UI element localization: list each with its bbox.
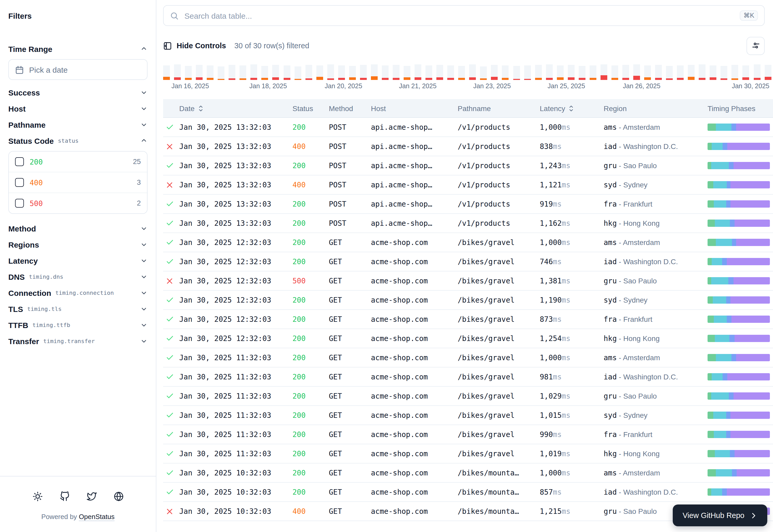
view-github-repo-button[interactable]: View GitHub Repo: [673, 504, 767, 526]
table-row[interactable]: Jan 30, 2025 11:32:03200GETacme-shop.com…: [163, 348, 773, 367]
histogram-bar[interactable]: [371, 64, 378, 80]
histogram-bar[interactable]: [469, 64, 476, 80]
histogram-bar[interactable]: [764, 64, 771, 80]
histogram-bar[interactable]: [305, 64, 312, 80]
table-row[interactable]: Jan 30, 2025 12:32:03200GETacme-shop.com…: [163, 310, 773, 329]
histogram-bar[interactable]: [524, 64, 531, 80]
histogram-bar[interactable]: [196, 64, 203, 80]
histogram-bar[interactable]: [612, 64, 618, 80]
table-row[interactable]: Jan 30, 2025 10:32:03200GETacme-shop.com…: [163, 483, 773, 502]
histogram-bar[interactable]: [743, 64, 749, 80]
table-row[interactable]: Jan 30, 2025 11:32:03200GETacme-shop.com…: [163, 387, 773, 406]
histogram-bar[interactable]: [425, 64, 432, 80]
table-row[interactable]: Jan 30, 2025 12:32:03200GETacme-shop.com…: [163, 291, 773, 310]
histogram-bar[interactable]: [283, 64, 290, 80]
histogram-bar[interactable]: [447, 64, 454, 80]
status-option-400[interactable]: 4003: [9, 172, 147, 193]
histogram-bar[interactable]: [349, 64, 356, 80]
table-row[interactable]: Jan 30, 2025 13:32:03200POSTapi.acme-sho…: [163, 195, 773, 214]
histogram-bar[interactable]: [644, 64, 651, 80]
histogram-bar[interactable]: [393, 64, 399, 80]
table-row[interactable]: Jan 30, 2025 11:32:03200GETacme-shop.com…: [163, 444, 773, 463]
sidebar-section-tls[interactable]: TLStiming.tls: [8, 303, 147, 315]
sidebar-section-latency[interactable]: Latency: [8, 254, 147, 267]
histogram-bar[interactable]: [163, 64, 170, 80]
histogram-bar[interactable]: [185, 64, 192, 80]
sun-icon[interactable]: [31, 490, 44, 502]
view-options-button[interactable]: [747, 37, 765, 55]
histogram-bar[interactable]: [546, 64, 552, 80]
table-row[interactable]: Jan 30, 2025 13:32:03400POSTapi.acme-sho…: [163, 137, 773, 156]
sidebar-section-dns[interactable]: DNStiming.dns: [8, 270, 147, 283]
status-option-500[interactable]: 5002: [9, 193, 147, 213]
histogram-bar[interactable]: [699, 64, 706, 80]
histogram-bar[interactable]: [590, 64, 597, 80]
table-row[interactable]: Jan 30, 2025 11:32:03200GETacme-shop.com…: [163, 425, 773, 444]
sidebar-section-connection[interactable]: Connectiontiming.connection: [8, 287, 147, 299]
histogram-bar[interactable]: [458, 64, 465, 80]
histogram-bar[interactable]: [491, 64, 498, 80]
table-row[interactable]: Jan 30, 2025 12:32:03200GETacme-shop.com…: [163, 252, 773, 271]
histogram-bar[interactable]: [436, 64, 443, 80]
histogram-bar[interactable]: [382, 64, 389, 80]
histogram-bar[interactable]: [273, 64, 279, 80]
sidebar-section-method[interactable]: Method: [8, 222, 147, 235]
histogram-bar[interactable]: [633, 64, 640, 80]
histogram-bar[interactable]: [207, 64, 214, 80]
date-picker[interactable]: Pick a date: [8, 59, 147, 80]
status-option-200[interactable]: 20025: [9, 152, 147, 172]
histogram-bar[interactable]: [251, 64, 258, 80]
histogram-bar[interactable]: [338, 64, 345, 80]
histogram-bar[interactable]: [666, 64, 673, 80]
histogram-bar[interactable]: [229, 64, 236, 80]
status-checkbox-200[interactable]: [15, 157, 24, 166]
histogram-bar[interactable]: [404, 64, 410, 80]
histogram-bar[interactable]: [502, 64, 509, 80]
histogram-bar[interactable]: [294, 64, 301, 80]
histogram-bar[interactable]: [535, 64, 541, 80]
histogram-bar[interactable]: [316, 64, 323, 80]
histogram-bar[interactable]: [262, 64, 268, 80]
table-row[interactable]: Jan 30, 2025 13:32:03200POSTapi.acme-sho…: [163, 156, 773, 175]
search-bar[interactable]: ⌘K: [163, 5, 765, 26]
histogram-bar[interactable]: [567, 64, 574, 80]
table-row[interactable]: Jan 30, 2025 13:32:03200POSTapi.acme-sho…: [163, 118, 773, 137]
sidebar-section-success[interactable]: Success: [8, 86, 147, 99]
sidebar-section-host[interactable]: Host: [8, 102, 147, 115]
histogram-bar[interactable]: [480, 64, 487, 80]
table-row[interactable]: Jan 30, 2025 13:32:03200POSTapi.acme-sho…: [163, 214, 773, 233]
table-row[interactable]: Jan 30, 2025 12:32:03200GETacme-shop.com…: [163, 233, 773, 252]
table-row[interactable]: Jan 30, 2025 12:32:03200GETacme-shop.com…: [163, 329, 773, 348]
histogram-bar[interactable]: [754, 64, 760, 80]
histogram-bar[interactable]: [360, 64, 367, 80]
histogram-bar[interactable]: [240, 64, 247, 80]
sidebar-section-status-code[interactable]: Status Codestatus: [8, 134, 147, 147]
sidebar-section-pathname[interactable]: Pathname: [8, 118, 147, 131]
histogram-bar[interactable]: [556, 64, 563, 80]
table-row[interactable]: Jan 30, 2025 12:32:03500GETacme-shop.com…: [163, 271, 773, 291]
histogram-bar[interactable]: [579, 64, 586, 80]
sort-icon[interactable]: [568, 105, 574, 112]
histogram-bar[interactable]: [415, 64, 421, 80]
sort-icon[interactable]: [198, 105, 204, 112]
column-header-latency[interactable]: Latency: [540, 104, 604, 112]
search-input[interactable]: [183, 11, 735, 21]
table-row[interactable]: Jan 30, 2025 11:32:03200GETacme-shop.com…: [163, 367, 773, 387]
sidebar-section-regions[interactable]: Regions: [8, 238, 147, 251]
status-checkbox-400[interactable]: [15, 178, 24, 187]
openstatus-link[interactable]: OpenStatus: [79, 513, 114, 521]
twitter-icon[interactable]: [85, 490, 98, 502]
histogram-bar[interactable]: [513, 64, 520, 80]
histogram-bar[interactable]: [721, 64, 728, 80]
sidebar-section-ttfb[interactable]: TTFBtiming.ttfb: [8, 319, 147, 331]
table-row[interactable]: Jan 30, 2025 13:32:03400POSTapi.acme-sho…: [163, 175, 773, 195]
histogram-bar[interactable]: [688, 64, 695, 80]
histogram-bar[interactable]: [174, 64, 181, 80]
histogram-bar[interactable]: [710, 64, 717, 80]
hide-controls-button[interactable]: Hide Controls: [163, 41, 226, 50]
histogram-bar[interactable]: [732, 64, 738, 80]
table-row[interactable]: Jan 30, 2025 11:32:03200GETacme-shop.com…: [163, 406, 773, 425]
histogram-bar[interactable]: [601, 64, 607, 80]
histogram-bar[interactable]: [655, 64, 662, 80]
status-checkbox-500[interactable]: [15, 199, 24, 208]
